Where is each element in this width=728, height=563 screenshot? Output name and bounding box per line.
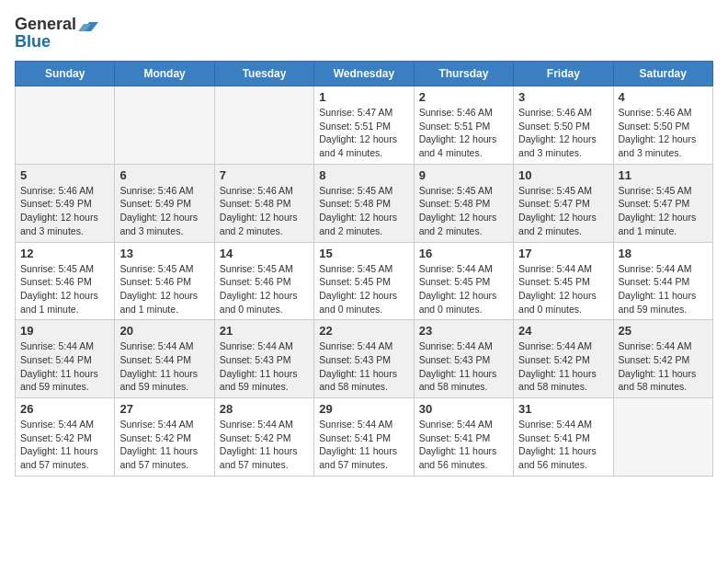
calendar-week-row: 12Sunrise: 5:45 AM Sunset: 5:46 PM Dayli…	[16, 242, 713, 320]
day-info: Sunrise: 5:45 AM Sunset: 5:45 PM Dayligh…	[319, 262, 408, 316]
calendar-cell: 4Sunrise: 5:46 AM Sunset: 5:50 PM Daylig…	[613, 86, 712, 165]
day-number: 1	[319, 90, 408, 104]
calendar-cell: 9Sunrise: 5:45 AM Sunset: 5:48 PM Daylig…	[414, 164, 513, 242]
day-info: Sunrise: 5:44 AM Sunset: 5:45 PM Dayligh…	[419, 262, 508, 316]
calendar-cell: 20Sunrise: 5:44 AM Sunset: 5:44 PM Dayli…	[115, 320, 214, 398]
calendar-cell: 12Sunrise: 5:45 AM Sunset: 5:46 PM Dayli…	[16, 242, 115, 320]
calendar-cell: 31Sunrise: 5:44 AM Sunset: 5:41 PM Dayli…	[514, 398, 613, 477]
day-info: Sunrise: 5:44 AM Sunset: 5:41 PM Dayligh…	[518, 418, 608, 472]
calendar-header-saturday: Saturday	[613, 62, 712, 86]
logo-blue: Blue	[15, 32, 51, 52]
day-number: 9	[419, 168, 508, 182]
calendar-table: SundayMondayTuesdayWednesdayThursdayFrid…	[15, 61, 713, 477]
day-number: 19	[20, 324, 109, 338]
calendar-cell: 14Sunrise: 5:45 AM Sunset: 5:46 PM Dayli…	[214, 242, 313, 320]
logo-icon	[78, 18, 98, 33]
day-number: 15	[319, 247, 408, 260]
calendar-cell: 7Sunrise: 5:46 AM Sunset: 5:48 PM Daylig…	[214, 164, 313, 242]
day-info: Sunrise: 5:44 AM Sunset: 5:44 PM Dayligh…	[20, 339, 109, 394]
calendar-cell: 30Sunrise: 5:44 AM Sunset: 5:41 PM Dayli…	[414, 398, 513, 477]
day-info: Sunrise: 5:47 AM Sunset: 5:51 PM Dayligh…	[319, 106, 408, 160]
day-number: 5	[20, 168, 109, 182]
day-info: Sunrise: 5:44 AM Sunset: 5:42 PM Dayligh…	[518, 339, 608, 394]
day-info: Sunrise: 5:45 AM Sunset: 5:48 PM Dayligh…	[419, 184, 508, 238]
day-number: 24	[518, 324, 608, 338]
calendar-cell: 6Sunrise: 5:46 AM Sunset: 5:49 PM Daylig…	[115, 164, 214, 242]
logo: General Blue	[15, 15, 98, 52]
calendar-cell: 16Sunrise: 5:44 AM Sunset: 5:45 PM Dayli…	[414, 242, 513, 320]
calendar-week-row: 5Sunrise: 5:46 AM Sunset: 5:49 PM Daylig…	[16, 164, 713, 242]
calendar-header-tuesday: Tuesday	[214, 62, 313, 86]
day-info: Sunrise: 5:46 AM Sunset: 5:51 PM Dayligh…	[419, 106, 508, 160]
day-number: 27	[119, 402, 209, 416]
day-number: 23	[419, 324, 508, 338]
calendar-cell: 28Sunrise: 5:44 AM Sunset: 5:42 PM Dayli…	[214, 398, 313, 477]
day-number: 26	[20, 402, 109, 416]
day-info: Sunrise: 5:44 AM Sunset: 5:41 PM Dayligh…	[419, 418, 508, 472]
calendar-cell: 17Sunrise: 5:44 AM Sunset: 5:45 PM Dayli…	[514, 242, 613, 320]
day-number: 29	[319, 402, 408, 416]
calendar-cell	[214, 86, 313, 165]
day-number: 22	[319, 324, 408, 338]
calendar-cell: 26Sunrise: 5:44 AM Sunset: 5:42 PM Dayli…	[16, 398, 115, 477]
day-info: Sunrise: 5:45 AM Sunset: 5:46 PM Dayligh…	[20, 262, 109, 316]
day-number: 10	[518, 168, 608, 182]
day-info: Sunrise: 5:45 AM Sunset: 5:46 PM Dayligh…	[119, 262, 209, 316]
calendar-cell	[613, 398, 712, 477]
day-number: 16	[419, 247, 508, 260]
day-info: Sunrise: 5:45 AM Sunset: 5:47 PM Dayligh…	[619, 184, 708, 238]
day-info: Sunrise: 5:46 AM Sunset: 5:50 PM Dayligh…	[619, 106, 708, 160]
calendar-cell: 25Sunrise: 5:44 AM Sunset: 5:42 PM Dayli…	[613, 320, 712, 398]
calendar-header-row: SundayMondayTuesdayWednesdayThursdayFrid…	[16, 62, 713, 86]
day-info: Sunrise: 5:44 AM Sunset: 5:44 PM Dayligh…	[619, 262, 708, 316]
day-info: Sunrise: 5:44 AM Sunset: 5:41 PM Dayligh…	[319, 418, 408, 472]
calendar-cell: 5Sunrise: 5:46 AM Sunset: 5:49 PM Daylig…	[16, 164, 115, 242]
calendar-header-thursday: Thursday	[414, 62, 513, 86]
calendar-cell	[16, 86, 115, 165]
day-info: Sunrise: 5:44 AM Sunset: 5:42 PM Dayligh…	[619, 339, 708, 394]
day-info: Sunrise: 5:44 AM Sunset: 5:43 PM Dayligh…	[220, 339, 309, 394]
calendar-cell: 23Sunrise: 5:44 AM Sunset: 5:43 PM Dayli…	[414, 320, 513, 398]
calendar-header-monday: Monday	[115, 62, 214, 86]
calendar-cell: 10Sunrise: 5:45 AM Sunset: 5:47 PM Dayli…	[514, 164, 613, 242]
day-number: 2	[419, 90, 508, 104]
day-info: Sunrise: 5:44 AM Sunset: 5:42 PM Dayligh…	[220, 418, 309, 472]
day-number: 13	[119, 247, 209, 260]
calendar-cell: 29Sunrise: 5:44 AM Sunset: 5:41 PM Dayli…	[314, 398, 414, 477]
day-info: Sunrise: 5:45 AM Sunset: 5:48 PM Dayligh…	[319, 184, 408, 238]
day-info: Sunrise: 5:46 AM Sunset: 5:49 PM Dayligh…	[20, 184, 109, 238]
day-number: 28	[220, 402, 309, 416]
calendar-cell: 21Sunrise: 5:44 AM Sunset: 5:43 PM Dayli…	[214, 320, 313, 398]
day-number: 12	[20, 247, 109, 260]
day-number: 14	[220, 247, 309, 260]
calendar-cell: 15Sunrise: 5:45 AM Sunset: 5:45 PM Dayli…	[314, 242, 414, 320]
calendar-week-row: 26Sunrise: 5:44 AM Sunset: 5:42 PM Dayli…	[16, 398, 713, 477]
day-number: 17	[518, 247, 608, 260]
calendar-cell: 19Sunrise: 5:44 AM Sunset: 5:44 PM Dayli…	[16, 320, 115, 398]
day-info: Sunrise: 5:44 AM Sunset: 5:42 PM Dayligh…	[20, 418, 109, 472]
calendar-cell: 3Sunrise: 5:46 AM Sunset: 5:50 PM Daylig…	[514, 86, 613, 165]
page-header: General Blue	[15, 15, 713, 52]
day-number: 6	[119, 168, 209, 182]
calendar-cell	[115, 86, 214, 165]
calendar-cell: 22Sunrise: 5:44 AM Sunset: 5:43 PM Dayli…	[314, 320, 414, 398]
calendar-cell: 1Sunrise: 5:47 AM Sunset: 5:51 PM Daylig…	[314, 86, 414, 165]
day-info: Sunrise: 5:46 AM Sunset: 5:50 PM Dayligh…	[518, 106, 608, 160]
calendar-header-friday: Friday	[514, 62, 613, 86]
day-number: 18	[619, 247, 708, 260]
day-number: 11	[619, 168, 708, 182]
calendar-week-row: 1Sunrise: 5:47 AM Sunset: 5:51 PM Daylig…	[16, 86, 713, 165]
day-info: Sunrise: 5:44 AM Sunset: 5:42 PM Dayligh…	[119, 418, 209, 472]
calendar-cell: 24Sunrise: 5:44 AM Sunset: 5:42 PM Dayli…	[514, 320, 613, 398]
calendar-header-sunday: Sunday	[16, 62, 115, 86]
calendar-cell: 18Sunrise: 5:44 AM Sunset: 5:44 PM Dayli…	[613, 242, 712, 320]
calendar-week-row: 19Sunrise: 5:44 AM Sunset: 5:44 PM Dayli…	[16, 320, 713, 398]
calendar-cell: 27Sunrise: 5:44 AM Sunset: 5:42 PM Dayli…	[115, 398, 214, 477]
calendar-cell: 13Sunrise: 5:45 AM Sunset: 5:46 PM Dayli…	[115, 242, 214, 320]
calendar-cell: 8Sunrise: 5:45 AM Sunset: 5:48 PM Daylig…	[314, 164, 414, 242]
day-info: Sunrise: 5:45 AM Sunset: 5:46 PM Dayligh…	[220, 262, 309, 316]
calendar-header-wednesday: Wednesday	[314, 62, 414, 86]
calendar-cell: 11Sunrise: 5:45 AM Sunset: 5:47 PM Dayli…	[613, 164, 712, 242]
day-number: 31	[518, 402, 608, 416]
day-info: Sunrise: 5:45 AM Sunset: 5:47 PM Dayligh…	[518, 184, 608, 238]
